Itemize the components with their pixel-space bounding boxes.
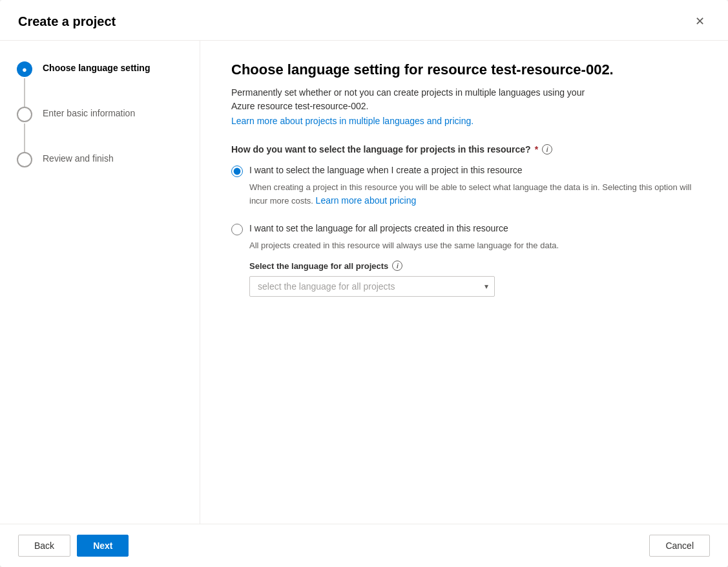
step-label-review-finish: Review and finish (43, 152, 114, 164)
step-circle-1: ● (17, 61, 32, 77)
section-title: Choose language setting for resource tes… (231, 61, 697, 78)
description-line1: Permanently set whether or not you can c… (231, 86, 697, 113)
sub-label-language: Select the language for all projects i (249, 261, 697, 271)
create-project-dialog: Create a project ✕ ● Choose language set… (0, 0, 728, 567)
step-connector-1: ● (16, 61, 34, 107)
step-line-1 (24, 78, 25, 107)
dialog-body: ● Choose language setting Enter basic in… (0, 41, 728, 524)
footer-left: Back Next (18, 535, 129, 557)
radio-row-1: I want to select the language when I cre… (231, 165, 697, 177)
radio-option-1: I want to select the language when I cre… (231, 165, 697, 208)
radio-description-2: All projects created in this resource wi… (249, 239, 697, 252)
radio-label-2[interactable]: I want to set the language for all proje… (249, 223, 508, 233)
dialog-header: Create a project ✕ (0, 0, 728, 41)
language-select-wrapper: select the language for all projects ▾ (249, 276, 495, 297)
step-connector-3 (16, 152, 34, 167)
cancel-button[interactable]: Cancel (649, 535, 710, 557)
radio-input-2[interactable] (231, 224, 243, 235)
radio-description-1: When creating a project in this resource… (249, 181, 697, 208)
language-sub-section: Select the language for all projects i s… (249, 261, 697, 297)
language-select[interactable]: select the language for all projects (249, 276, 495, 297)
step-label-choose-language: Choose language setting (43, 61, 150, 73)
required-star: * (535, 144, 538, 155)
info-icon-language: i (392, 261, 402, 271)
learn-more-pricing-link[interactable]: Learn more about pricing (316, 195, 417, 206)
radio-label-1[interactable]: I want to select the language when I cre… (249, 165, 523, 175)
info-icon-question: i (542, 144, 552, 155)
step-circle-3 (17, 152, 32, 167)
learn-more-link-main[interactable]: Learn more about projects in multiple la… (231, 116, 473, 126)
sidebar: ● Choose language setting Enter basic in… (0, 41, 200, 524)
step-circle-2 (17, 107, 32, 122)
next-button[interactable]: Next (77, 535, 129, 557)
main-content: Choose language setting for resource tes… (200, 41, 728, 524)
step-item-choose-language: ● Choose language setting (16, 61, 184, 107)
question-label: How do you want to select the language f… (231, 144, 697, 155)
radio-row-2: I want to set the language for all proje… (231, 223, 697, 235)
dialog-title: Create a project (18, 14, 116, 29)
step-item-review-finish: Review and finish (16, 152, 184, 167)
close-button[interactable]: ✕ (690, 13, 710, 30)
step-line-2 (24, 123, 25, 152)
radio-input-1[interactable] (231, 166, 243, 177)
dialog-footer: Back Next Cancel (0, 524, 728, 567)
radio-option-2: I want to set the language for all proje… (231, 223, 697, 297)
back-button[interactable]: Back (18, 535, 70, 557)
step-item-enter-basic: Enter basic information (16, 107, 184, 152)
step-connector-2 (16, 107, 34, 152)
step-label-enter-basic: Enter basic information (43, 107, 135, 118)
